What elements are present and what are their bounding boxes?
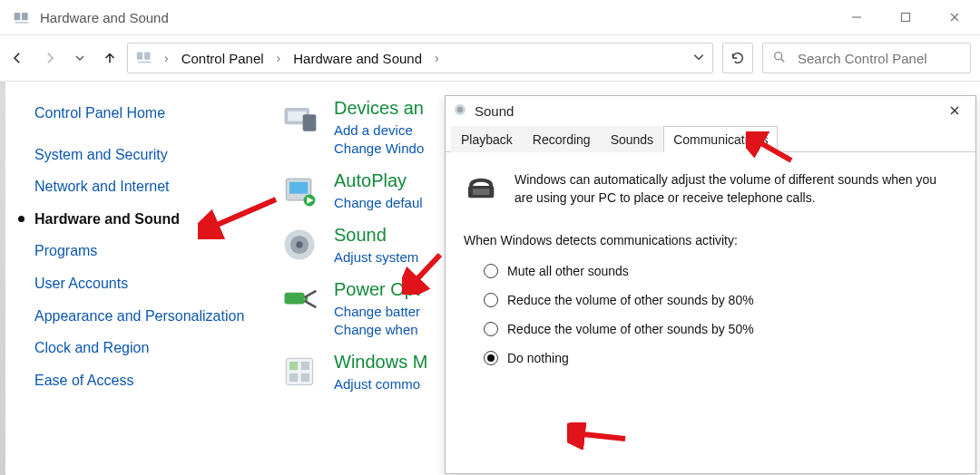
svg-rect-16 (289, 182, 308, 194)
mobility-icon (279, 352, 319, 392)
tab-communications[interactable]: Communications (663, 126, 778, 152)
svg-rect-2 (15, 22, 29, 24)
radio-label: Mute all other sounds (507, 264, 629, 278)
cat-link[interactable]: Change defaul (334, 195, 423, 210)
svg-rect-26 (301, 362, 309, 370)
sound-dialog-icon (453, 102, 467, 120)
dialog-tabs: Playback Recording Sounds Communications (446, 125, 975, 152)
breadcrumb-seg-1[interactable]: Control Panel (178, 49, 268, 68)
sidebar-item-network[interactable]: Network and Internet (34, 177, 270, 197)
svg-point-21 (296, 241, 302, 247)
cat-link[interactable]: Adjust system (334, 249, 418, 265)
nav-arrows (9, 50, 118, 66)
toolbar: › Control Panel › Hardware and Sound › (0, 34, 980, 82)
svg-rect-4 (902, 14, 910, 22)
up-button[interactable] (102, 50, 118, 66)
power-icon (279, 279, 319, 319)
tab-sounds[interactable]: Sounds (601, 126, 663, 152)
search-box[interactable] (762, 43, 971, 73)
sidebar-item-user-accounts[interactable]: User Accounts (34, 274, 270, 294)
refresh-button[interactable] (722, 43, 753, 73)
prompt-text: When Windows detects communications acti… (464, 233, 957, 247)
recent-dropdown[interactable] (74, 53, 85, 63)
cat-title[interactable]: AutoPlay (334, 170, 423, 191)
sidebar-item-home[interactable]: Control Panel Home (34, 103, 270, 123)
svg-rect-27 (289, 373, 298, 382)
cat-link[interactable]: Change batter (334, 304, 420, 319)
dialog-titlebar: Sound (446, 96, 975, 125)
minimize-button[interactable] (844, 8, 869, 26)
svg-line-11 (781, 59, 784, 62)
cat-title[interactable]: Sound (334, 225, 418, 246)
back-button[interactable] (9, 50, 25, 66)
svg-point-30 (457, 106, 464, 112)
chevron-right-icon: › (164, 51, 169, 65)
radio-reduce-50[interactable]: Reduce the volume of other sounds by 50% (484, 322, 957, 336)
cat-title[interactable]: Devices an (334, 98, 424, 119)
cat-link[interactable]: Adjust commo (334, 376, 427, 392)
sidebar: Control Panel Home System and Security N… (5, 82, 270, 475)
close-button[interactable] (942, 8, 967, 26)
svg-rect-9 (138, 61, 152, 63)
breadcrumb-seg-2[interactable]: Hardware and Sound (289, 49, 426, 68)
sound-icon (279, 225, 319, 265)
sidebar-item-clock-region[interactable]: Clock and Region (34, 338, 270, 358)
svg-point-10 (775, 52, 782, 59)
radio-label: Reduce the volume of other sounds by 80% (507, 293, 754, 307)
sidebar-item-programs[interactable]: Programs (34, 241, 270, 261)
svg-rect-22 (285, 293, 305, 305)
radio-group: Mute all other sounds Reduce the volume … (464, 264, 957, 365)
radio-reduce-80[interactable]: Reduce the volume of other sounds by 80% (484, 293, 957, 307)
dialog-title: Sound (475, 103, 514, 119)
svg-rect-8 (144, 52, 150, 59)
address-icon (135, 47, 155, 70)
sidebar-item-system-security[interactable]: System and Security (34, 145, 270, 165)
cat-link[interactable]: Add a device (334, 122, 424, 138)
cat-link[interactable]: Change Windo (334, 141, 424, 156)
intro-text: Windows can automatically adjust the vol… (514, 170, 957, 208)
svg-rect-34 (473, 189, 489, 195)
address-bar[interactable]: › Control Panel › Hardware and Sound › (127, 43, 713, 73)
svg-rect-1 (22, 13, 28, 20)
radio-mute[interactable]: Mute all other sounds (484, 264, 957, 278)
cat-title[interactable]: Power Opt (334, 279, 420, 300)
sidebar-item-appearance[interactable]: Appearance and Personalization (34, 306, 270, 326)
dialog-body: Windows can automatically adjust the vol… (446, 152, 975, 374)
svg-rect-7 (137, 52, 142, 59)
search-icon (772, 50, 787, 67)
radio-label: Reduce the volume of other sounds by 50% (507, 322, 754, 336)
search-input[interactable] (798, 51, 961, 66)
svg-rect-14 (303, 114, 317, 131)
chevron-right-icon: › (277, 51, 281, 65)
dialog-close-button[interactable] (941, 101, 968, 121)
window-titlebar: Hardware and Sound (0, 0, 980, 34)
autoplay-icon (279, 170, 319, 210)
sound-dialog: Sound Playback Recording Sounds Communic… (445, 95, 976, 474)
sidebar-item-hardware-sound[interactable]: Hardware and Sound (34, 209, 270, 229)
svg-rect-28 (301, 373, 309, 382)
tab-recording[interactable]: Recording (523, 126, 601, 152)
window-title: Hardware and Sound (40, 10, 169, 25)
address-dropdown[interactable] (692, 51, 705, 66)
devices-icon (279, 98, 319, 138)
forward-button[interactable] (42, 50, 58, 66)
cat-link[interactable]: Change when (334, 322, 420, 337)
chevron-right-icon: › (435, 51, 439, 65)
svg-rect-25 (289, 362, 298, 370)
tab-playback[interactable]: Playback (451, 126, 523, 152)
cat-title[interactable]: Windows M (334, 352, 427, 373)
telephone-icon (464, 172, 500, 205)
sidebar-item-ease-access[interactable]: Ease of Access (34, 371, 270, 391)
window-controls (844, 8, 973, 26)
maximize-button[interactable] (893, 8, 918, 26)
control-panel-icon (13, 8, 31, 26)
svg-rect-0 (15, 13, 21, 20)
radio-label: Do nothing (507, 351, 569, 365)
radio-do-nothing[interactable]: Do nothing (484, 351, 957, 365)
